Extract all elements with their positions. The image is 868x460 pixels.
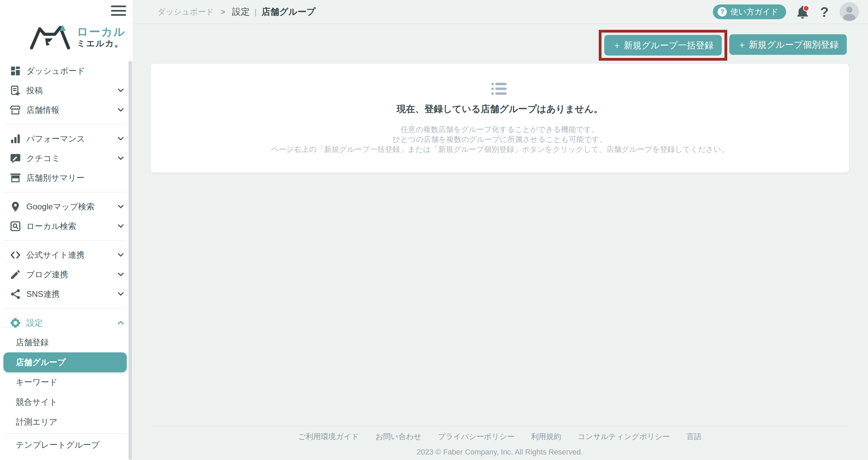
post-icon — [10, 85, 21, 96]
sidebar-scrollbar[interactable] — [128, 61, 132, 460]
top-actions: ? 使い方ガイド ? — [713, 2, 859, 22]
sidebar-item-label: ローカル検索 — [26, 221, 116, 232]
sidebar-subitem-measurement-area[interactable]: 計測エリア — [0, 412, 133, 432]
notifications-button[interactable] — [795, 4, 810, 20]
sidebar-item-dashboard[interactable]: ダッシュボード — [0, 61, 133, 81]
annotation-highlight-rectangle: ＋ 新規グループ一括登録 — [599, 30, 727, 61]
sidebar-item-label: 投稿 — [26, 85, 116, 96]
chevron-down-icon — [116, 105, 125, 114]
logo-text-secondary: ミエルカ。 — [77, 39, 125, 48]
nav-divider — [4, 433, 127, 434]
sidebar: ローカル ミエルカ。 ダッシュボード 投稿 店舗情報 パフォーマンス クチコミ — [0, 0, 133, 460]
user-avatar[interactable] — [840, 2, 859, 22]
storefront-icon — [10, 104, 21, 116]
sidebar-item-settings[interactable]: 設定 — [0, 313, 133, 332]
app-logo[interactable]: ローカル ミエルカ。 — [29, 24, 133, 49]
sidebar-item-label: SNS連携 — [26, 289, 116, 300]
individual-register-group-button[interactable]: ＋ 新規グループ個別登録 — [729, 34, 847, 55]
copyright-text: 2023 © Faber Company, Inc. All Rights Re… — [151, 448, 849, 457]
chevron-down-icon — [116, 86, 125, 95]
nav-divider — [4, 240, 127, 241]
empty-state-card: 現在、登録している店舗グループはありません。 任意の複数店舗をグループ化すること… — [151, 64, 849, 172]
pencil-icon — [10, 269, 21, 280]
breadcrumb-separator-icon: > — [221, 8, 225, 16]
sidebar-item-label: ダッシュボード — [26, 65, 125, 76]
sidebar-subitem-template-group[interactable]: テンプレートグループ — [0, 435, 133, 455]
footer: ご利用環境ガイド お問い合わせ プライバシーポリシー 利用規約 コンサルティング… — [151, 426, 849, 460]
empty-state-description: 任意の複数店舗をグループ化することができる機能です。 ひとつの店舗を複数のグルー… — [151, 124, 849, 154]
sidebar-item-performance[interactable]: パフォーマンス — [0, 129, 133, 148]
list-icon — [491, 82, 509, 96]
sidebar-item-label: Googleマップ検索 — [26, 201, 116, 212]
chevron-down-icon — [116, 250, 125, 259]
sidebar-subitem-competitor-sites[interactable]: 競合サイト — [0, 392, 133, 412]
sidebar-item-store-info[interactable]: 店舗情報 — [0, 100, 133, 120]
breadcrumb: ダッシュボード > 設定 | 店舗グループ — [158, 6, 713, 18]
sidebar-item-sns[interactable]: SNS連携 — [0, 284, 133, 304]
chevron-down-icon — [116, 154, 125, 163]
sidebar-subitem-label: 計測エリア — [16, 416, 58, 427]
chevron-down-icon — [116, 202, 125, 211]
sidebar-subitem-store-group[interactable]: 店舗グループ — [3, 352, 127, 372]
person-icon — [840, 2, 859, 22]
sidebar-subitem-store-registration[interactable]: 店舗登録 — [0, 332, 133, 352]
group-actions: ＋ 新規グループ一括登録 ＋ 新規グループ個別登録 — [599, 30, 847, 61]
dashboard-icon — [10, 65, 21, 77]
sidebar-item-official-site[interactable]: 公式サイト連携 — [0, 245, 133, 265]
sidebar-subitem-keywords[interactable]: キーワード — [0, 372, 133, 392]
question-circle-icon: ? — [718, 7, 727, 16]
chevron-down-icon — [116, 134, 125, 143]
footer-link-terms[interactable]: 利用規約 — [531, 432, 561, 442]
usage-guide-button[interactable]: ? 使い方ガイド — [713, 4, 786, 19]
sidebar-item-blog[interactable]: ブログ連携 — [0, 265, 133, 284]
review-icon — [10, 153, 21, 164]
breadcrumb-current-page: 店舗グループ — [261, 6, 315, 18]
nav-divider — [4, 124, 127, 124]
sidebar-item-posts[interactable]: 投稿 — [0, 81, 133, 100]
help-button[interactable]: ? — [820, 5, 829, 19]
chevron-up-icon — [116, 318, 125, 327]
empty-state-line: ひとつの店舗を複数のグループに所属させることも可能です。 — [151, 134, 849, 144]
sidebar-item-label: ブログ連携 — [26, 269, 116, 280]
sidebar-item-label: クチコミ — [26, 153, 116, 164]
footer-link-contact[interactable]: お問い合わせ — [375, 432, 421, 442]
empty-state-title: 現在、登録している店舗グループはありません。 — [151, 103, 849, 115]
nav-divider — [4, 192, 127, 192]
chevron-down-icon — [116, 221, 125, 231]
share-icon — [10, 288, 21, 300]
breadcrumb-section: 設定 — [232, 6, 250, 18]
sidebar-item-label: 設定 — [26, 317, 116, 328]
sidebar-item-store-summary[interactable]: 店舗別サマリー — [0, 168, 133, 187]
sidebar-subitem-label: 店舗グループ — [16, 357, 66, 368]
footer-link-language[interactable]: 言語 — [686, 432, 702, 442]
logo-text-primary: ローカル — [77, 26, 125, 37]
store-icon — [10, 172, 21, 184]
empty-state-line: ページ右上の「新規グループ一括登録」または「新規グループ個別登録」ボタンをクリッ… — [151, 144, 849, 154]
bell-icon — [795, 4, 810, 20]
sidebar-item-label: 店舗別サマリー — [26, 172, 125, 183]
footer-link-environment-guide[interactable]: ご利用環境ガイド — [298, 432, 359, 442]
sidebar-subitem-label: テンプレートグループ — [16, 439, 100, 450]
top-bar: ダッシュボード > 設定 | 店舗グループ ? 使い方ガイド ? — [133, 0, 868, 24]
sidebar-item-reviews[interactable]: クチコミ — [0, 148, 133, 168]
footer-link-consulting-policy[interactable]: コンサルティングポリシー — [578, 432, 670, 442]
logo-mountain-icon — [29, 24, 73, 49]
sidebar-item-google-map-search[interactable]: Googleマップ検索 — [0, 197, 133, 216]
performance-icon — [10, 133, 21, 145]
sidebar-subitem-label: 店舗登録 — [16, 337, 49, 348]
breadcrumb-dashboard-link[interactable]: ダッシュボード — [158, 7, 214, 17]
bulk-register-group-button[interactable]: ＋ 新規グループ一括登録 — [604, 35, 722, 56]
sidebar-subitem-label: 競合サイト — [16, 397, 58, 408]
map-pin-icon — [10, 201, 21, 213]
sidebar-item-label: 公式サイト連携 — [26, 250, 116, 261]
local-search-icon — [10, 220, 21, 232]
empty-state-line: 任意の複数店舗をグループ化することができる機能です。 — [151, 124, 849, 134]
footer-link-privacy-policy[interactable]: プライバシーポリシー — [438, 432, 514, 442]
sidebar-item-label: 店舗情報 — [26, 105, 116, 116]
breadcrumb-divider: | — [255, 7, 257, 17]
sidebar-nav: ダッシュボード 投稿 店舗情報 パフォーマンス クチコミ 店舗別サマリー — [0, 61, 133, 455]
footer-links: ご利用環境ガイド お問い合わせ プライバシーポリシー 利用規約 コンサルティング… — [151, 432, 849, 442]
hamburger-menu-icon[interactable] — [111, 5, 126, 16]
sidebar-item-local-search[interactable]: ローカル検索 — [0, 216, 133, 236]
nav-divider — [4, 308, 127, 308]
